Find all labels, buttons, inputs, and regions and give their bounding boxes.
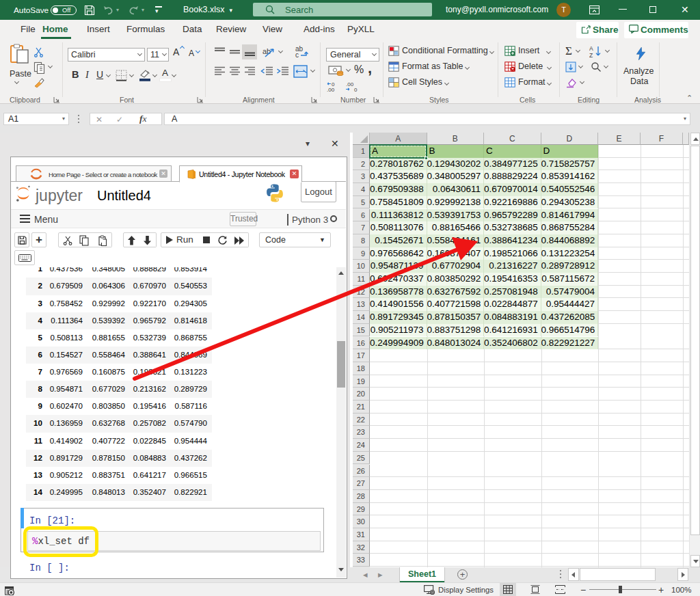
svg-text:ab: ab	[262, 47, 271, 55]
svg-text:.00: .00	[327, 87, 335, 92]
svg-text:c: c	[295, 51, 299, 59]
svg-text:.00: .00	[346, 81, 354, 87]
svg-text:Z: Z	[589, 52, 593, 58]
svg-text:0: 0	[354, 87, 358, 92]
svg-text:A: A	[589, 45, 593, 52]
